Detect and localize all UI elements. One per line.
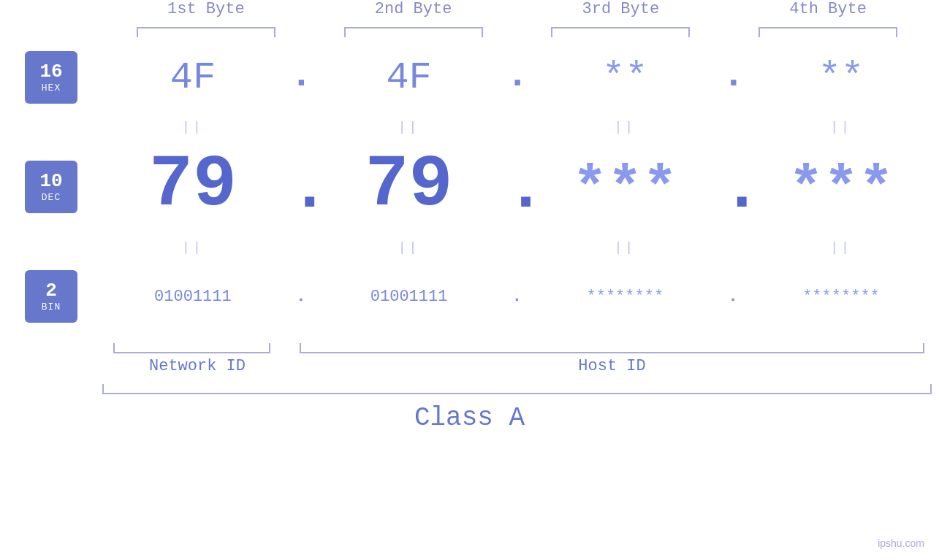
hex-dot2: . xyxy=(506,54,528,101)
equals-row-2: || || || || xyxy=(0,234,939,260)
id-labels-row: Network ID Host ID xyxy=(0,357,939,375)
dec-byte4: *** xyxy=(757,158,925,222)
bin-row: 2 BIN 01001111 . 01001111 . ******** . *… xyxy=(0,260,939,333)
outer-bracket xyxy=(102,384,932,394)
byte2-header: 2nd Byte xyxy=(330,0,498,18)
host-id-label: Host ID xyxy=(578,357,645,375)
bin-dot3: . xyxy=(722,288,744,306)
hex-row: 16 HEX 4F . 4F . ** . ** xyxy=(0,41,939,114)
bin-byte3: ******** xyxy=(541,288,709,306)
hex-dot3: . xyxy=(722,54,744,101)
dec-badge: 10 DEC xyxy=(25,161,77,213)
bin-byte4: ******** xyxy=(757,288,925,306)
watermark: ipshu.com xyxy=(878,537,924,549)
dec-byte2: 79 xyxy=(325,149,493,222)
byte3-header: 3rd Byte xyxy=(536,0,704,18)
bin-badge: 2 BIN xyxy=(25,270,77,323)
class-label: Class A xyxy=(414,403,525,433)
bin-dot1: . xyxy=(290,288,312,306)
dec-row: 10 DEC 79 . 79 . *** . *** xyxy=(0,139,939,234)
hex-badge: 16 HEX xyxy=(25,51,77,104)
bin-byte1: 01001111 xyxy=(109,288,277,306)
hex-byte3: ** xyxy=(541,56,709,99)
byte4-header: 4th Byte xyxy=(744,0,912,18)
bottom-brackets-area xyxy=(0,333,939,353)
hex-byte4: ** xyxy=(757,56,925,99)
dec-byte3: *** xyxy=(541,158,709,222)
dec-byte1: 79 xyxy=(109,149,277,222)
outer-bracket-row xyxy=(0,384,939,394)
host-id-bracket xyxy=(300,343,924,353)
equals-row-1: || || || || xyxy=(0,114,939,139)
bin-dot2: . xyxy=(506,288,528,306)
dec-dot2: . xyxy=(506,156,528,222)
byte1-header: 1st Byte xyxy=(122,0,290,18)
hex-byte2: 4F xyxy=(325,56,493,99)
network-id-bracket xyxy=(113,343,270,353)
hex-byte1: 4F xyxy=(109,56,277,99)
network-id-label: Network ID xyxy=(149,357,246,375)
dec-dot3: . xyxy=(722,156,744,222)
main-layout: 1st Byte 2nd Byte 3rd Byte 4th Byte 16 H… xyxy=(0,0,939,433)
dec-dot1: . xyxy=(290,156,312,222)
hex-dot1: . xyxy=(290,54,312,101)
bin-byte2: 01001111 xyxy=(325,288,493,306)
